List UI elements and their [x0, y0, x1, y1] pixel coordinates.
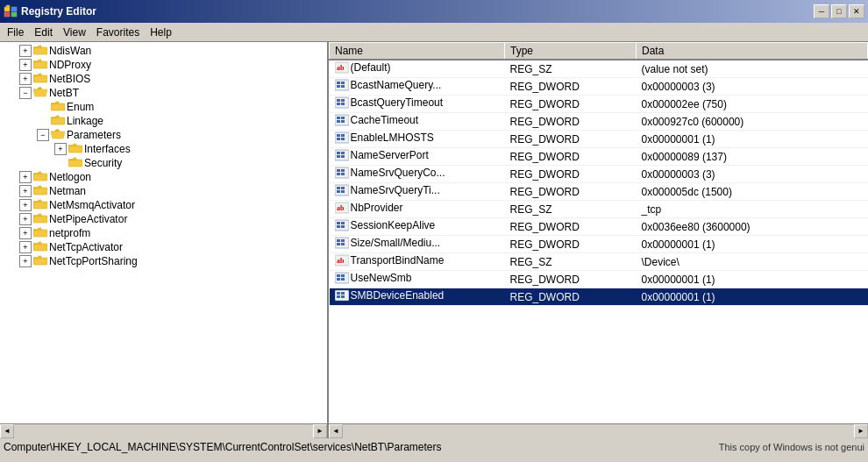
- value-name: BcastQueryTimeout: [330, 96, 505, 113]
- svg-rect-7: [33, 75, 47, 82]
- hscroll-right-btn[interactable]: ►: [313, 424, 327, 438]
- tree-label: Netlogon: [49, 171, 91, 183]
- svg-rect-23: [341, 82, 345, 84]
- value-type: REG_DWORD: [505, 131, 637, 148]
- tree-label: Linkage: [67, 115, 103, 127]
- tree-item[interactable]: + NetMsmqActivator: [2, 198, 325, 212]
- table-row[interactable]: UseNewSmbREG_DWORD0x00000001 (1): [330, 271, 868, 288]
- tree-label: NetPipeActivator: [49, 213, 127, 225]
- window-controls[interactable]: ─ □ ✕: [814, 4, 864, 18]
- value-data: 0x00000089 (137): [637, 148, 868, 166]
- menu-item-view[interactable]: View: [58, 25, 91, 40]
- maximize-button[interactable]: □: [831, 4, 847, 18]
- title-bar-left: Registry Editor: [4, 4, 96, 18]
- value-data: (value not set): [637, 60, 868, 78]
- svg-rect-45: [341, 155, 345, 158]
- svg-rect-32: [337, 117, 340, 119]
- tree-label: Parameters: [67, 129, 121, 141]
- tree-item[interactable]: + NetPipeActivator: [2, 212, 325, 226]
- folder-icon: [33, 171, 47, 183]
- tree-item[interactable]: Enum: [2, 100, 325, 114]
- tree-item[interactable]: + NetBIOS: [2, 72, 325, 86]
- svg-rect-43: [341, 152, 345, 154]
- table-row[interactable]: NameSrvQueryTi...REG_DWORD0x000005dc (15…: [330, 183, 868, 201]
- folder-icon: [33, 185, 47, 197]
- svg-rect-0: [4, 7, 10, 11]
- table-row[interactable]: CacheTimeoutREG_DWORD0x000927c0 (600000): [330, 113, 868, 131]
- tree-item[interactable]: + NDProxy: [2, 58, 325, 72]
- table-row[interactable]: ab TransportBindNameREG_SZ\Device\: [330, 253, 868, 271]
- value-name: SMBDeviceEnabled: [330, 288, 505, 306]
- table-row[interactable]: SessionKeepAliveREG_DWORD0x0036ee80 (360…: [330, 218, 868, 236]
- tree-scroll[interactable]: + NdisWan+ NDProxy+ NetBIOS− NetBT Enum …: [0, 42, 327, 423]
- value-data: 0x00000001 (1): [637, 131, 868, 148]
- svg-rect-62: [341, 225, 345, 228]
- folder-icon: [51, 129, 65, 141]
- hscroll2-right-btn[interactable]: ►: [854, 424, 868, 438]
- tree-item[interactable]: − NetBT: [2, 86, 325, 100]
- tree-item[interactable]: + NetTcpActivator: [2, 240, 325, 254]
- tree-item[interactable]: + NetTcpPortSharing: [2, 254, 325, 268]
- svg-rect-48: [341, 169, 345, 172]
- folder-icon: [33, 255, 47, 267]
- minimize-button[interactable]: ─: [814, 4, 829, 18]
- value-data: 0x000005dc (1500): [637, 183, 868, 201]
- hscroll2-left-btn[interactable]: ◄: [329, 424, 343, 438]
- col-name: Name: [330, 43, 505, 60]
- menu-bar: FileEditViewFavoritesHelp: [0, 23, 868, 42]
- tree-item[interactable]: Linkage: [2, 114, 325, 128]
- values-table[interactable]: Name Type Data ab (Default)REG_SZ(value …: [329, 42, 868, 423]
- tree-item[interactable]: + Netman: [2, 184, 325, 198]
- value-name: SessionKeepAlive: [330, 218, 505, 236]
- value-type: REG_DWORD: [505, 148, 637, 166]
- tree-item[interactable]: + Netlogon: [2, 170, 325, 184]
- table-row[interactable]: ab (Default)REG_SZ(value not set): [330, 60, 868, 78]
- table-row[interactable]: EnableLMHOSTSREG_DWORD0x00000001 (1): [330, 131, 868, 148]
- tree-item[interactable]: − Parameters: [2, 128, 325, 142]
- svg-rect-12: [33, 174, 47, 181]
- menu-item-file[interactable]: File: [2, 25, 29, 40]
- tree-label: NetTcpPortSharing: [49, 255, 138, 267]
- svg-rect-61: [337, 225, 340, 228]
- menu-item-help[interactable]: Help: [145, 25, 177, 40]
- tree-item[interactable]: + Interfaces: [2, 142, 325, 156]
- tree-panel: + NdisWan+ NDProxy+ NetBIOS− NetBT Enum …: [0, 42, 329, 423]
- svg-rect-10: [68, 146, 82, 153]
- tree-label: NdisWan: [49, 45, 91, 57]
- table-row[interactable]: Size/Small/Mediu...REG_DWORD0x00000001 (…: [330, 236, 868, 253]
- folder-icon: [33, 241, 47, 253]
- svg-rect-24: [337, 85, 340, 88]
- svg-rect-73: [337, 278, 340, 281]
- folder-icon: [33, 87, 47, 99]
- table-row[interactable]: NameServerPortREG_DWORD0x00000089 (137): [330, 148, 868, 166]
- tree-item[interactable]: + NdisWan: [2, 44, 325, 58]
- table-row[interactable]: BcastNameQuery...REG_DWORD0x00000003 (3): [330, 78, 868, 96]
- svg-text:ab: ab: [337, 204, 345, 212]
- svg-rect-65: [341, 239, 345, 242]
- value-type: REG_DWORD: [505, 288, 637, 306]
- tree-label: Enum: [67, 101, 94, 113]
- svg-rect-59: [337, 222, 340, 224]
- hscroll-left-btn[interactable]: ◄: [0, 424, 14, 438]
- table-row[interactable]: BcastQueryTimeoutREG_DWORD0x000002ee (75…: [330, 96, 868, 113]
- table-row[interactable]: ab NbProviderREG_SZ_tcp: [330, 201, 868, 218]
- svg-rect-47: [337, 169, 340, 172]
- value-type: REG_DWORD: [505, 183, 637, 201]
- menu-item-edit[interactable]: Edit: [29, 25, 58, 40]
- tree-item[interactable]: + netprofm: [2, 226, 325, 240]
- table-row[interactable]: SMBDeviceEnabledREG_DWORD0x00000001 (1): [330, 288, 868, 306]
- close-button[interactable]: ✕: [849, 4, 864, 18]
- folder-icon: [33, 199, 47, 211]
- values-panel: Name Type Data ab (Default)REG_SZ(value …: [329, 42, 868, 423]
- tree-item[interactable]: Security: [2, 156, 325, 170]
- svg-rect-11: [68, 160, 82, 167]
- value-type: REG_DWORD: [505, 166, 637, 183]
- value-name: ab NbProvider: [330, 201, 505, 218]
- menu-item-favorites[interactable]: Favorites: [91, 25, 145, 40]
- svg-rect-76: [337, 292, 340, 295]
- svg-rect-2: [11, 7, 17, 11]
- tree-label: NetTcpActivator: [49, 241, 123, 253]
- table-row[interactable]: NameSrvQueryCo...REG_DWORD0x00000003 (3): [330, 166, 868, 183]
- app-title: Registry Editor: [21, 5, 96, 18]
- svg-rect-35: [341, 120, 345, 123]
